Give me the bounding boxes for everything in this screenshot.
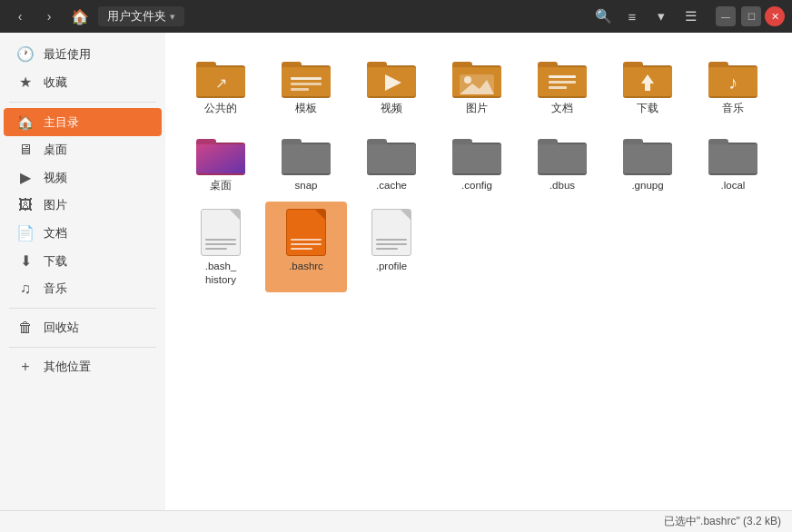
list-view-button[interactable]: ≡ bbox=[619, 4, 645, 29]
folder-downloads-label: 下载 bbox=[637, 102, 658, 115]
clock-icon: 🕐 bbox=[16, 45, 35, 63]
sidebar-label-downloads: 下载 bbox=[44, 253, 67, 270]
folder-dbus-icon bbox=[536, 132, 589, 177]
svg-rect-7 bbox=[291, 77, 322, 80]
view-options-button[interactable]: ▾ bbox=[648, 4, 674, 29]
sidebar-label-recent: 最近使用 bbox=[44, 46, 91, 63]
svg-rect-24 bbox=[549, 81, 576, 84]
folder-snap-label: snap bbox=[295, 179, 318, 192]
sidebar-item-videos[interactable]: ▶ 视频 bbox=[4, 163, 162, 192]
sidebar-label-bookmarks: 收藏 bbox=[44, 74, 67, 91]
folder-gnupg-icon bbox=[621, 132, 674, 177]
folder-local-label: .local bbox=[721, 179, 746, 192]
sidebar-item-documents[interactable]: 📄 文档 bbox=[4, 219, 162, 247]
file-bashrc-label: .bashrc bbox=[289, 260, 323, 273]
folder-local[interactable]: .local bbox=[692, 124, 774, 198]
svg-rect-23 bbox=[549, 75, 576, 78]
profile-icon bbox=[371, 209, 411, 256]
file-profile[interactable]: .profile bbox=[351, 202, 432, 292]
file-profile-label: .profile bbox=[376, 260, 408, 273]
svg-rect-42 bbox=[367, 144, 416, 173]
folder-public[interactable]: ↗ 公共的 bbox=[180, 47, 262, 121]
file-bash-history[interactable]: .bash_history bbox=[180, 202, 262, 292]
svg-rect-54 bbox=[708, 144, 757, 173]
sidebar-item-downloads[interactable]: ⬇ 下载 bbox=[4, 247, 162, 275]
bashrc-icon bbox=[286, 209, 326, 256]
sidebar-item-pictures[interactable]: 🖼 图片 bbox=[4, 192, 162, 219]
maximize-button[interactable]: ☐ bbox=[741, 6, 761, 26]
svg-rect-51 bbox=[623, 144, 672, 173]
folder-downloads-icon bbox=[621, 54, 674, 100]
folder-videos[interactable]: 视频 bbox=[351, 47, 432, 121]
folder-desktop[interactable]: 桌面 bbox=[180, 124, 262, 198]
folder-config-label: .config bbox=[461, 179, 492, 192]
svg-rect-45 bbox=[452, 144, 501, 173]
file-bashrc[interactable]: .bashrc bbox=[265, 202, 347, 292]
sidebar-label-desktop: 桌面 bbox=[44, 142, 67, 158]
folder-cache[interactable]: .cache bbox=[351, 124, 432, 198]
music-icon: ♫ bbox=[16, 281, 35, 297]
folder-gnupg[interactable]: .gnupg bbox=[607, 124, 688, 198]
svg-rect-48 bbox=[538, 144, 587, 173]
folder-snap-icon bbox=[280, 132, 332, 177]
back-button[interactable]: ‹ bbox=[7, 4, 33, 29]
folder-downloads[interactable]: 下载 bbox=[607, 47, 688, 121]
video-icon: ▶ bbox=[16, 169, 35, 186]
svg-rect-36 bbox=[196, 144, 245, 173]
folder-pictures[interactable]: 图片 bbox=[436, 47, 518, 121]
svg-point-18 bbox=[464, 76, 471, 84]
menu-button[interactable]: ☰ bbox=[678, 4, 703, 29]
home-icon: 🏠 bbox=[65, 8, 94, 25]
status-text: 已选中".bashrc" (3.2 kB) bbox=[664, 514, 781, 529]
svg-rect-6 bbox=[282, 67, 331, 96]
main-container: 🕐 最近使用 ★ 收藏 🏠 主目录 🖥 桌面 ▶ 视频 🖼 图片 📄 文档 bbox=[0, 33, 792, 510]
folder-documents-label: 文档 bbox=[551, 102, 573, 115]
close-button[interactable]: ✕ bbox=[765, 6, 785, 26]
folder-config[interactable]: .config bbox=[436, 124, 518, 198]
sidebar-separator-3 bbox=[9, 347, 156, 348]
downloads-icon: ⬇ bbox=[16, 252, 35, 270]
plus-icon: + bbox=[16, 359, 35, 375]
sidebar-item-music[interactable]: ♫ 音乐 bbox=[4, 275, 162, 302]
sidebar-item-desktop[interactable]: 🖥 桌面 bbox=[4, 136, 162, 163]
titlebar: ‹ › 🏠 用户文件夹 ▾ 🔍 ≡ ▾ ☰ — ☐ ✕ bbox=[0, 0, 792, 33]
sidebar-item-other[interactable]: + 其他位置 bbox=[4, 353, 162, 380]
folder-config-icon bbox=[450, 132, 503, 177]
folder-desktop-icon bbox=[194, 132, 247, 177]
folder-local-icon bbox=[707, 132, 759, 177]
folder-documents[interactable]: 文档 bbox=[521, 47, 603, 121]
file-bash-history-label: .bash_history bbox=[205, 260, 237, 287]
folder-gnupg-label: .gnupg bbox=[631, 179, 663, 192]
sidebar-item-bookmarks[interactable]: ★ 收藏 bbox=[4, 68, 162, 96]
sidebar-label-home: 主目录 bbox=[44, 114, 79, 131]
folder-templates[interactable]: 模板 bbox=[265, 47, 347, 121]
sidebar-item-recent[interactable]: 🕐 最近使用 bbox=[4, 40, 162, 68]
folder-dbus[interactable]: .dbus bbox=[521, 124, 603, 198]
folder-templates-icon bbox=[280, 54, 332, 100]
svg-text:↗: ↗ bbox=[215, 75, 227, 91]
sidebar-label-videos: 视频 bbox=[44, 170, 67, 186]
sidebar-item-home[interactable]: 🏠 主目录 bbox=[4, 108, 162, 136]
bash-history-icon bbox=[201, 209, 241, 256]
sidebar-label-other: 其他位置 bbox=[44, 359, 91, 375]
svg-rect-25 bbox=[549, 86, 567, 89]
sidebar-label-pictures: 图片 bbox=[44, 197, 67, 213]
path-breadcrumb[interactable]: 用户文件夹 ▾ bbox=[98, 6, 184, 26]
content-area: ↗ 公共的 模板 bbox=[165, 33, 792, 510]
svg-rect-9 bbox=[291, 88, 309, 91]
search-button[interactable]: 🔍 bbox=[590, 4, 616, 29]
folder-cache-label: .cache bbox=[376, 179, 407, 192]
minimize-button[interactable]: — bbox=[716, 6, 736, 26]
sidebar-item-trash[interactable]: 🗑 回收站 bbox=[4, 314, 162, 341]
sidebar-separator-2 bbox=[9, 308, 156, 309]
forward-button[interactable]: › bbox=[36, 4, 62, 29]
folder-public-icon: ↗ bbox=[194, 54, 247, 100]
sidebar-label-documents: 文档 bbox=[44, 225, 67, 241]
folder-snap[interactable]: snap bbox=[265, 124, 347, 198]
pictures-icon: 🖼 bbox=[16, 197, 35, 213]
folder-music[interactable]: ♪ 音乐 bbox=[692, 47, 774, 121]
sidebar-label-music: 音乐 bbox=[44, 281, 67, 297]
documents-icon: 📄 bbox=[16, 224, 35, 241]
folder-public-label: 公共的 bbox=[204, 102, 237, 115]
sidebar-label-trash: 回收站 bbox=[44, 320, 79, 336]
